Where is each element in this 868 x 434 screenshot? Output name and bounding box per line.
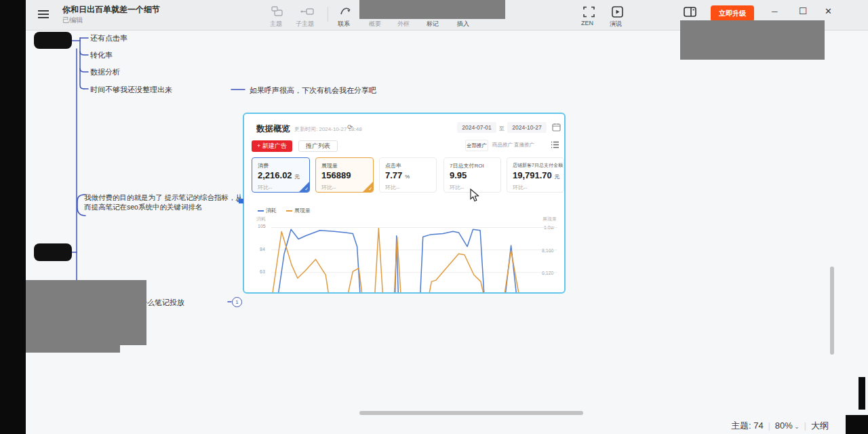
metric-label: 展现量 — [321, 162, 338, 170]
mouse-cursor — [470, 189, 479, 202]
refresh-icon: ⟳ — [347, 123, 353, 131]
mindmap-node-no-time[interactable]: 时间不够我还没整理出来 — [90, 85, 172, 95]
mindmap-node-redacted-2[interactable] — [34, 243, 72, 261]
topic-icon[interactable] — [271, 6, 283, 16]
dashboard-title: 数据概览 — [256, 123, 290, 135]
boundary-button[interactable]: 外框 — [397, 20, 410, 28]
embedded-dashboard-image[interactable]: 数据概览 更新时间: 2024-10-27 18:48 ⟳ 2024-07-01… — [243, 113, 566, 294]
metric-label: 点击率 — [385, 162, 401, 170]
window-left-edge — [0, 0, 26, 434]
image-resize-handle[interactable] — [239, 199, 243, 203]
check-icon: ✓ — [304, 186, 309, 192]
metric-label: 7日总支付ROI — [450, 162, 484, 170]
check-icon: ✓ — [368, 186, 372, 192]
metric-compare: 环比-- — [450, 184, 464, 191]
metric-compare: 环比-- — [385, 184, 399, 191]
metric-card-impressions: 展现量 156889 环比-- ✓ — [315, 157, 374, 193]
subtopic-button[interactable]: 子主题 — [296, 20, 314, 28]
metric-unit: 元 — [554, 174, 559, 180]
mindmap-node-paragraph[interactable]: 我做付费的目的就是为了 提示笔记的综合指标，从而提高笔记在seo系统中的关键词排… — [84, 193, 245, 212]
metric-value: 19,791.70 — [513, 170, 552, 180]
metric-compare: 环比-- — [321, 184, 336, 191]
present-button[interactable]: 演说 — [610, 20, 622, 28]
metric-label: 消费 — [258, 162, 269, 170]
relation-button[interactable]: 联系 — [338, 20, 350, 28]
hamburger-menu-icon[interactable] — [37, 9, 50, 20]
upgrade-button[interactable]: 立即升级 — [711, 5, 754, 22]
subtopic-icon[interactable] — [300, 8, 314, 15]
statusbar-divider: | — [802, 421, 808, 431]
promo-list-button: 推广列表 — [298, 140, 338, 152]
side-panel-toggle-icon[interactable] — [684, 7, 696, 17]
new-ad-button: + 新建广告 — [252, 140, 292, 152]
present-icon[interactable] — [612, 6, 623, 18]
vertical-scrollbar[interactable] — [830, 267, 834, 355]
mindmap-node-conversion[interactable]: 转化率 — [90, 50, 113, 60]
mindmap-node-analysis[interactable]: 数据分析 — [90, 67, 120, 77]
legend-dash-orange — [286, 210, 292, 212]
topic-count-value: 74 — [753, 420, 763, 431]
redaction-box-bottom-left-2 — [26, 345, 120, 353]
right-edge-bar — [859, 377, 865, 410]
metric-card-cost: 消费 2,216.02 元 环比-- ✓ — [252, 157, 310, 193]
metric-value: 9.95 — [450, 170, 467, 180]
marker-button[interactable]: 标记 — [427, 20, 439, 28]
insert-button[interactable]: 插入 — [457, 20, 469, 28]
tab-product-promo: 商品推广 — [492, 142, 513, 149]
topic-link-badge[interactable]: 1 — [232, 297, 242, 307]
chevron-down-icon[interactable]: ⌄ — [793, 423, 800, 430]
relation-icon[interactable] — [340, 5, 352, 16]
metric-card-pay-amount: 店铺新客7日总支付金额 19,791.70 元 环比-- — [507, 157, 564, 193]
redaction-box-bottom-left — [26, 280, 146, 345]
toolbar-divider — [328, 7, 328, 22]
document-save-status: 已编辑 — [62, 16, 83, 25]
metric-unit: 元 — [294, 174, 300, 180]
statusbar-divider: | — [766, 421, 772, 431]
legend-cost: 消耗 — [258, 207, 277, 214]
legend-dash-blue — [258, 210, 264, 212]
date-start-field: 2024-07-01 — [457, 122, 496, 133]
metric-label: 店铺新客7日总支付金额 — [513, 162, 563, 169]
horizontal-scrollbar[interactable] — [359, 411, 583, 415]
mindmap-node-note[interactable]: 如果呼声很高，下次有机会我在分享吧 — [250, 85, 376, 96]
metric-compare: 环比-- — [258, 184, 272, 191]
redaction-box-top-right — [680, 20, 825, 60]
topic-count-label: 主题: — [731, 420, 751, 431]
bottom-right-corner-block — [846, 415, 868, 434]
mindmap-node-click-rate[interactable]: 还有点击率 — [90, 33, 127, 43]
tab-live-promo: 直播推广 — [514, 142, 534, 149]
tab-all-promo: 全部推广 — [465, 140, 488, 151]
left-tick-0: 105 — [258, 224, 266, 229]
zen-mode-icon[interactable] — [583, 6, 595, 18]
legend-impressions: 展现量 — [286, 207, 311, 214]
dashboard-line-chart — [271, 227, 557, 294]
summary-button[interactable]: 概要 — [369, 20, 381, 28]
zoom-level-control[interactable]: 80% — [775, 420, 793, 431]
metric-config-icon — [551, 140, 559, 149]
metric-card-ctr: 点击率 7.77 % 环比-- — [379, 157, 437, 193]
outline-button[interactable]: 大纲 — [811, 420, 829, 431]
date-end-field: 2024-10-27 — [507, 122, 547, 133]
right-axis-label: 展现量 — [542, 216, 557, 222]
zen-mode-button[interactable]: ZEN — [581, 20, 593, 26]
left-axis-label: 消耗 — [256, 216, 266, 222]
calendar-icon — [552, 123, 561, 132]
metric-unit: % — [405, 174, 410, 180]
document-title: 你和日出百单就差一个细节 — [62, 4, 160, 16]
close-button[interactable]: ✕ — [825, 6, 832, 16]
minimize-button[interactable]: ─ — [772, 7, 778, 16]
topic-button[interactable]: 主题 — [270, 20, 282, 28]
metric-value: 156889 — [321, 170, 351, 180]
date-separator: 至 — [499, 125, 505, 132]
metric-compare: 环比-- — [513, 184, 527, 191]
left-tick-1: 84 — [260, 247, 265, 252]
maximize-button[interactable]: ☐ — [799, 5, 808, 16]
statusbar: 主题: 74 | 80% ⌄ | 大纲 — [731, 420, 829, 432]
metric-card-roi: 7日总支付ROI 9.95 环比-- — [443, 157, 501, 193]
metric-value: 2,216.02 — [258, 170, 292, 180]
redaction-box-toolbar — [359, 0, 505, 19]
metric-value: 7.77 — [385, 170, 402, 180]
mindmap-node-redacted-1[interactable] — [34, 32, 72, 49]
left-tick-2: 63 — [260, 269, 265, 274]
